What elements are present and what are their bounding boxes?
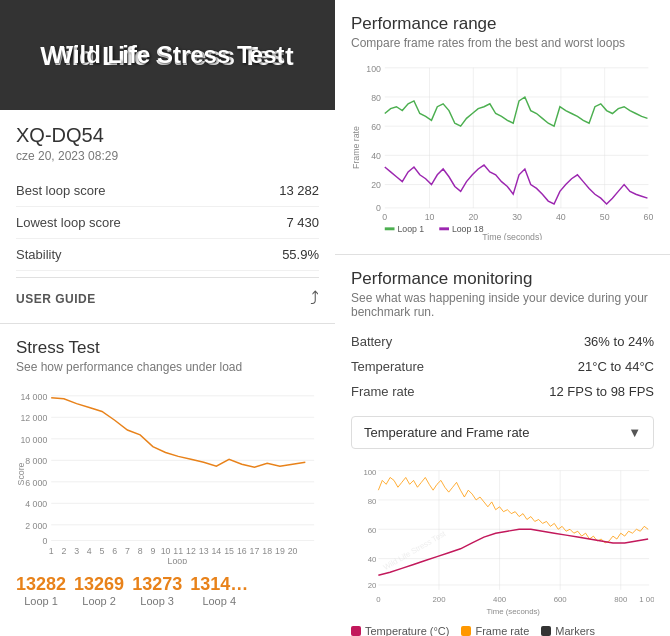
svg-text:13: 13 xyxy=(199,546,209,556)
device-name: XQ-DQ54 xyxy=(16,124,319,147)
left-column: Wild Life Stress Test XQ-DQ54 cze 20, 20… xyxy=(0,0,335,636)
legend-label-framerate: Frame rate xyxy=(475,625,529,636)
loop-item-2: 13269 Loop 2 xyxy=(74,574,124,607)
monitor-row-temperature: Temperature 21°C to 44°C xyxy=(351,354,654,379)
svg-text:18: 18 xyxy=(262,546,272,556)
svg-text:100: 100 xyxy=(366,64,381,74)
stress-chart: 14 000 12 000 10 000 8 000 6 000 4 000 2… xyxy=(16,384,319,564)
perf-range-subtitle: Compare frame rates from the best and wo… xyxy=(351,36,654,50)
stat-label-lowest-loop: Lowest loop score xyxy=(16,215,121,230)
svg-text:12: 12 xyxy=(186,546,196,556)
svg-text:6: 6 xyxy=(112,546,117,556)
svg-text:12 000: 12 000 xyxy=(20,413,47,423)
perf-monitor-title: Performance monitoring xyxy=(351,269,654,289)
loop-label-3: Loop 3 xyxy=(132,595,182,607)
svg-text:50: 50 xyxy=(600,212,610,222)
user-guide-label[interactable]: USER GUIDE xyxy=(16,292,96,306)
svg-text:Time (seconds): Time (seconds) xyxy=(482,232,542,240)
loop-score-4: 1314… xyxy=(190,574,248,595)
range-chart-svg: Frame rate 100 80 60 40 20 0 xyxy=(351,60,654,240)
svg-text:Time (seconds): Time (seconds) xyxy=(487,607,541,616)
stress-subtitle: See how performance changes under load xyxy=(16,360,319,374)
svg-text:Loop 18: Loop 18 xyxy=(452,224,484,234)
svg-text:4 000: 4 000 xyxy=(25,499,47,509)
svg-text:5: 5 xyxy=(100,546,105,556)
legend-item-framerate: Frame rate xyxy=(461,625,529,636)
svg-text:800: 800 xyxy=(614,595,628,604)
stat-label-stability: Stability xyxy=(16,247,62,262)
perf-monitor-subtitle: See what was happening inside your devic… xyxy=(351,291,654,319)
info-card: XQ-DQ54 cze 20, 2023 08:29 Best loop sco… xyxy=(0,110,335,324)
svg-text:40: 40 xyxy=(556,212,566,222)
loop-label-2: Loop 2 xyxy=(74,595,124,607)
share-icon[interactable]: ⤴ xyxy=(310,288,319,309)
loop-item-1: 13282 Loop 1 xyxy=(16,574,66,607)
svg-text:8: 8 xyxy=(138,546,143,556)
svg-text:60: 60 xyxy=(371,122,381,132)
svg-text:80: 80 xyxy=(371,93,381,103)
monitor-label-battery: Battery xyxy=(351,334,392,349)
legend-label-markers: Markers xyxy=(555,625,595,636)
svg-text:3: 3 xyxy=(74,546,79,556)
stat-row-best-loop: Best loop score 13 282 xyxy=(16,175,319,207)
svg-text:6 000: 6 000 xyxy=(25,478,47,488)
svg-text:7: 7 xyxy=(125,546,130,556)
svg-text:0: 0 xyxy=(42,536,47,546)
stat-label-best-loop: Best loop score xyxy=(16,183,106,198)
svg-text:200: 200 xyxy=(432,595,446,604)
legend-color-framerate xyxy=(461,626,471,636)
svg-text:2: 2 xyxy=(61,546,66,556)
svg-text:30: 30 xyxy=(512,212,522,222)
svg-text:0: 0 xyxy=(376,595,381,604)
svg-text:Score: Score xyxy=(16,462,26,485)
performance-monitor-section: Performance monitoring See what was happ… xyxy=(335,255,670,636)
svg-text:0: 0 xyxy=(376,203,381,213)
loop-label-1: Loop 1 xyxy=(16,595,66,607)
chevron-down-icon[interactable]: ▼ xyxy=(628,425,641,440)
loop-item-4: 1314… Loop 4 xyxy=(190,574,248,607)
svg-rect-65 xyxy=(439,227,449,230)
svg-text:20: 20 xyxy=(468,212,478,222)
svg-text:10: 10 xyxy=(161,546,171,556)
svg-text:1: 1 xyxy=(49,546,54,556)
svg-text:40: 40 xyxy=(368,556,377,565)
hero-title: Wild Life Stress Test xyxy=(40,31,294,79)
device-date: cze 20, 2023 08:29 xyxy=(16,149,319,163)
loop-score-1: 13282 xyxy=(16,574,66,595)
temp-chart-legend: Temperature (°C) Frame rate Markers xyxy=(351,625,654,636)
svg-text:19: 19 xyxy=(275,546,285,556)
svg-text:11: 11 xyxy=(173,546,183,556)
chart-type-dropdown[interactable]: Temperature and Frame rate ▼ xyxy=(351,416,654,449)
stress-section: Stress Test See how performance changes … xyxy=(0,324,335,636)
svg-text:16: 16 xyxy=(237,546,247,556)
svg-text:Frame rate: Frame rate xyxy=(351,126,361,169)
hero-banner: Wild Life Stress Test xyxy=(0,0,335,110)
legend-color-temperature xyxy=(351,626,361,636)
performance-range-section: Performance range Compare frame rates fr… xyxy=(335,0,670,255)
svg-text:Loop: Loop xyxy=(168,556,188,564)
stat-value-best-loop: 13 282 xyxy=(279,183,319,198)
monitor-label-temperature: Temperature xyxy=(351,359,424,374)
svg-text:2 000: 2 000 xyxy=(25,521,47,531)
svg-text:15: 15 xyxy=(224,546,234,556)
monitor-stats: Battery 36% to 24% Temperature 21°C to 4… xyxy=(351,329,654,404)
legend-item-markers: Markers xyxy=(541,625,595,636)
svg-text:400: 400 xyxy=(493,595,507,604)
monitor-value-battery: 36% to 24% xyxy=(584,334,654,349)
svg-text:Wild Life Stress Test: Wild Life Stress Test xyxy=(382,529,448,572)
loop-score-3: 13273 xyxy=(132,574,182,595)
perf-range-title: Performance range xyxy=(351,14,654,34)
svg-text:80: 80 xyxy=(368,497,377,506)
loop-scores: 13282 Loop 1 13269 Loop 2 13273 Loop 3 1… xyxy=(16,574,319,607)
user-guide-row[interactable]: USER GUIDE ⤴ xyxy=(16,277,319,309)
monitor-value-temperature: 21°C to 44°C xyxy=(578,359,654,374)
svg-text:9: 9 xyxy=(150,546,155,556)
legend-color-markers xyxy=(541,626,551,636)
svg-text:600: 600 xyxy=(554,595,568,604)
stat-value-lowest-loop: 7 430 xyxy=(286,215,319,230)
svg-text:14: 14 xyxy=(211,546,221,556)
stat-row-stability: Stability 55.9% xyxy=(16,239,319,271)
loop-item-3: 13273 Loop 3 xyxy=(132,574,182,607)
loop-score-2: 13269 xyxy=(74,574,124,595)
svg-text:40: 40 xyxy=(371,151,381,161)
